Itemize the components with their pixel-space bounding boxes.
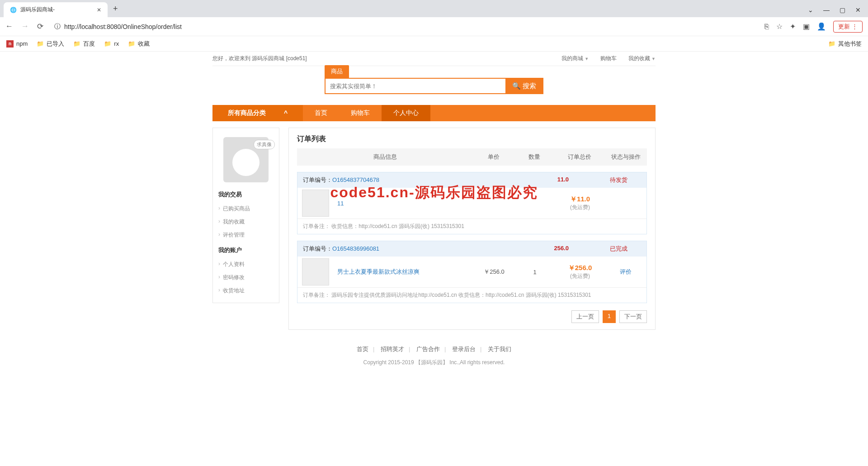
pager-next[interactable]: 下一页 [619, 310, 647, 323]
sidebar-link-reviews[interactable]: 评价管理 [218, 228, 274, 242]
order-body: 男士上衣夏季最新款式冰丝凉爽￥256.01￥256.0(免运费)评价 [297, 257, 646, 287]
bookmark-rx[interactable]: 📁rx [104, 40, 119, 47]
folder-icon: 📁 [828, 40, 835, 47]
browser-tab-bar: 🌐 源码乐园商城- ✕ + ⌄ — ▢ ✕ [0, 0, 868, 17]
maximize-icon[interactable]: ▢ [840, 6, 845, 14]
order-header: 订单编号：O1654836996081256.0已完成 [297, 241, 646, 257]
unit-price: ￥256.0 [474, 268, 514, 276]
top-bar: 您好，欢迎来到 源码乐园商城 [code51] 我的商城▼ 购物车 我的收藏▼ [212, 52, 656, 66]
order-note: 订单备注： 收货信息：http://code51.cn 源码乐园(收) 1531… [297, 219, 646, 234]
sidebar: 求真像 我的交易 已购买商品 我的收藏 评价管理 我的账户 个人资料 密码修改 … [212, 128, 279, 303]
bookmark-npm[interactable]: nnpm [6, 40, 28, 48]
url-text: http://localhost:8080/OnlineShop/order/l… [64, 23, 182, 30]
footer-link-jobs[interactable]: 招聘英才 [381, 346, 404, 352]
th-price: 单价 [473, 153, 514, 161]
search-button[interactable]: 🔍搜索 [505, 79, 542, 93]
product-thumbnail[interactable] [302, 258, 329, 285]
sidebar-link-profile[interactable]: 个人资料 [218, 258, 274, 271]
nav-profile[interactable]: 个人中心 [382, 105, 430, 121]
sidebar-link-purchased[interactable]: 已购买商品 [218, 202, 274, 215]
search-icon: 🔍 [512, 82, 521, 90]
back-icon[interactable]: ← [5, 22, 13, 31]
avatar: 求真像 [223, 137, 269, 182]
product-link[interactable]: 男士上衣夏季最新款式冰丝凉爽 [337, 268, 420, 275]
footer-link-about[interactable]: 关于我们 [488, 346, 511, 352]
footer: 首页| 招聘英才| 广告合作| 登录后台| 关于我们 Copyright 201… [212, 345, 656, 376]
order-sum: ￥11.0(免运费) [555, 195, 605, 211]
address-bar: ← → ⟳ ⓘ http://localhost:8080/OnlineShop… [0, 17, 868, 36]
order-number: 订单编号：O1654836996081 [303, 245, 379, 253]
order-table-header: 商品信息 单价 数量 订单总价 状态与操作 [297, 148, 647, 166]
bookmark-fav[interactable]: 📁收藏 [128, 40, 150, 48]
sidebar-link-favorites[interactable]: 我的收藏 [218, 215, 274, 228]
minimize-icon[interactable]: — [823, 6, 830, 14]
reload-icon[interactable]: ⟳ [37, 22, 43, 31]
product-link[interactable]: 11 [337, 200, 344, 207]
footer-link-ads[interactable]: 广告合作 [416, 346, 440, 352]
pager-current[interactable]: 1 [603, 310, 616, 323]
window-controls: ⌄ — ▢ ✕ [801, 3, 868, 17]
order-total: 11.0 [557, 176, 596, 184]
order-sum: ￥256.0(免运费) [555, 264, 605, 280]
caret-down-icon: ▼ [585, 57, 589, 61]
order-total: 256.0 [554, 245, 596, 253]
profile-icon[interactable]: 👤 [817, 22, 826, 31]
order-status: 待发货 [596, 176, 641, 184]
order-action: 评价 [605, 268, 646, 276]
globe-icon: 🌐 [10, 7, 17, 13]
order-header: 订单编号：O165483770467811.0待发货 [297, 172, 646, 188]
bookmark-baidu[interactable]: 📁百度 [73, 40, 95, 48]
other-bookmarks[interactable]: 📁其他书签 [828, 40, 862, 48]
order-body: 11￥11.0(免运费) [297, 188, 646, 219]
npm-icon: n [6, 40, 14, 48]
dropdown-icon[interactable]: ⌄ [808, 6, 813, 14]
order-number: 订单编号：O1654837704678 [303, 176, 379, 184]
copyright: Copyright 2015-2019 【源码乐园】 Inc.,All righ… [212, 359, 656, 366]
nav-cart[interactable]: 购物车 [339, 105, 382, 121]
sidebar-title-trade: 我的交易 [218, 190, 274, 199]
topbar-myshop[interactable]: 我的商城▼ [561, 55, 589, 62]
search-input[interactable] [326, 79, 505, 93]
nav-home[interactable]: 首页 [303, 105, 339, 121]
topbar-cart[interactable]: 购物车 [600, 55, 617, 62]
product-thumbnail[interactable] [302, 190, 329, 217]
footer-link-admin[interactable]: 登录后台 [452, 346, 476, 352]
caret-down-icon: ▼ [651, 57, 656, 61]
welcome-text: 您好，欢迎来到 源码乐园商城 [code51] [212, 55, 561, 62]
share-icon[interactable]: ⎘ [764, 23, 769, 31]
topbar-favorites[interactable]: 我的收藏▼ [628, 55, 656, 62]
all-categories[interactable]: 所有商品分类^ [212, 105, 303, 121]
order-block: 订单编号：O165483770467811.0待发货11￥11.0(免运费)订单… [297, 172, 647, 234]
folder-icon: 📁 [73, 40, 80, 47]
th-total: 订单总价 [555, 153, 604, 161]
bookmark-imported[interactable]: 📁已导入 [37, 40, 64, 48]
folder-icon: 📁 [128, 40, 135, 47]
panel-icon[interactable]: ▣ [803, 22, 810, 31]
th-qty: 数量 [514, 153, 555, 161]
product-name: 11 [334, 200, 474, 207]
close-icon[interactable]: ✕ [97, 7, 101, 13]
folder-icon: 📁 [104, 40, 111, 47]
search-tab-product[interactable]: 商品 [325, 65, 349, 78]
extension-icon[interactable]: ✦ [790, 22, 796, 31]
sidebar-link-password[interactable]: 密码修改 [218, 271, 274, 284]
info-icon[interactable]: ⓘ [54, 23, 61, 31]
review-link[interactable]: 评价 [620, 268, 632, 275]
new-tab-button[interactable]: + [108, 0, 123, 17]
sidebar-link-address[interactable]: 收货地址 [218, 284, 274, 297]
search-box: 🔍搜索 [325, 78, 543, 94]
order-block: 订单编号：O1654836996081256.0已完成男士上衣夏季最新款式冰丝凉… [297, 241, 647, 303]
order-note: 订单备注： 源码乐园专注提供优质源码访问地址http://code51.cn 收… [297, 287, 646, 303]
close-window-icon[interactable]: ✕ [855, 6, 861, 14]
main-nav: 所有商品分类^ 首页 购物车 个人中心 [212, 105, 656, 121]
star-icon[interactable]: ☆ [776, 22, 783, 31]
browser-tab[interactable]: 🌐 源码乐园商城- ✕ [4, 2, 108, 17]
chevron-up-icon: ^ [284, 109, 288, 117]
main-panel: 订单列表 商品信息 单价 数量 订单总价 状态与操作 订单编号：O1654837… [288, 128, 656, 330]
footer-link-home[interactable]: 首页 [357, 346, 368, 352]
url-input[interactable]: ⓘ http://localhost:8080/OnlineShop/order… [50, 20, 758, 33]
pager: 上一页 1 下一页 [297, 310, 647, 323]
pager-prev[interactable]: 上一页 [571, 310, 599, 323]
update-button[interactable]: 更新⋮ [833, 21, 863, 33]
forward-icon[interactable]: → [21, 22, 29, 31]
